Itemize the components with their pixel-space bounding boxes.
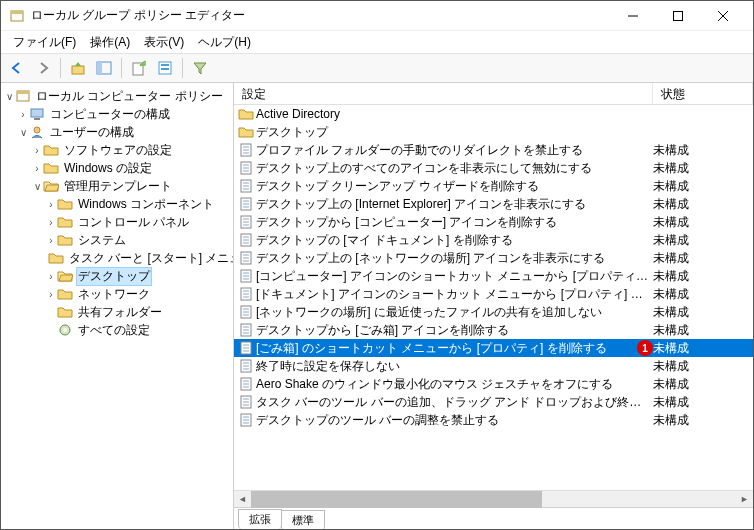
collapse-icon[interactable]: ∨ — [31, 181, 43, 192]
refresh-button[interactable] — [153, 56, 177, 80]
cell-setting: プロファイル フォルダーの手動でのリダイレクトを禁止する — [256, 142, 653, 159]
list-row[interactable]: タスク バーのツール バーの追加、ドラッグ アンド ドロップおよび終了を…未構成 — [234, 393, 753, 411]
scroll-track[interactable] — [251, 491, 736, 508]
tree-label: すべての設定 — [76, 321, 152, 340]
minimize-button[interactable] — [610, 2, 655, 30]
folder-icon — [43, 160, 59, 176]
list-row[interactable]: [ごみ箱] のショートカット メニューから [プロパティ] を削除する1未構成 — [234, 339, 753, 357]
tree-label: Windows コンポーネント — [76, 195, 216, 214]
window-controls — [610, 2, 745, 30]
app-icon — [9, 8, 25, 24]
list-row[interactable]: デスクトップ — [234, 123, 753, 141]
filter-button[interactable] — [188, 56, 212, 80]
list-row[interactable]: デスクトップのツール バーの調整を禁止する未構成 — [234, 411, 753, 429]
cell-setting: [ごみ箱] のショートカット メニューから [プロパティ] を削除する — [256, 340, 631, 357]
list-row[interactable]: [ドキュメント] アイコンのショートカット メニューから [プロパティ] を削除… — [234, 285, 753, 303]
back-button[interactable] — [5, 56, 29, 80]
tree-label: コンピューターの構成 — [48, 105, 172, 124]
tree-computer-config[interactable]: › コンピューターの構成 — [1, 105, 233, 123]
tree-shared-folder[interactable]: 共有フォルダー — [1, 303, 233, 321]
list-row[interactable]: デスクトップ上の [ネットワークの場所] アイコンを非表示にする未構成 — [234, 249, 753, 267]
list-row[interactable]: Active Directory — [234, 105, 753, 123]
tree-network[interactable]: › ネットワーク — [1, 285, 233, 303]
folder-open-icon — [57, 268, 73, 284]
policy-icon — [236, 232, 256, 248]
computer-icon — [29, 106, 45, 122]
list-row[interactable]: デスクトップ上のすべてのアイコンを非表示にして無効にする未構成 — [234, 159, 753, 177]
tree-win-components[interactable]: › Windows コンポーネント — [1, 195, 233, 213]
folder-open-icon — [43, 178, 59, 194]
expand-icon[interactable]: › — [31, 163, 43, 174]
titlebar: ローカル グループ ポリシー エディター — [1, 1, 753, 31]
menu-file[interactable]: ファイル(F) — [7, 32, 82, 53]
tree-root[interactable]: ∨ ローカル コンピューター ポリシー — [1, 87, 233, 105]
cell-setting: デスクトップ上の [ネットワークの場所] アイコンを非表示にする — [256, 250, 653, 267]
collapse-icon[interactable]: ∨ — [3, 91, 15, 102]
up-button[interactable] — [66, 56, 90, 80]
forward-button[interactable] — [31, 56, 55, 80]
export-button[interactable] — [127, 56, 151, 80]
tree-software[interactable]: › ソフトウェアの設定 — [1, 141, 233, 159]
expand-icon[interactable]: › — [45, 199, 57, 210]
svg-rect-12 — [161, 68, 169, 70]
list-row[interactable]: デスクトップから [ごみ箱] アイコンを削除する未構成 — [234, 321, 753, 339]
scroll-left-button[interactable]: ◄ — [234, 491, 251, 508]
show-hide-tree-button[interactable] — [92, 56, 116, 80]
list-row[interactable]: Aero Shake のウィンドウ最小化のマウス ジェスチャをオフにする未構成 — [234, 375, 753, 393]
tree-label: Windows の設定 — [62, 159, 154, 178]
tree-taskbar-start[interactable]: タスク バーと [スタート] メニュー — [1, 249, 233, 267]
tree-all-settings[interactable]: すべての設定 — [1, 321, 233, 339]
content-area: ∨ ローカル コンピューター ポリシー › コンピューターの構成 ∨ ユーザーの… — [1, 83, 753, 529]
svg-rect-14 — [17, 91, 29, 94]
policy-icon — [236, 304, 256, 320]
menu-view[interactable]: 表示(V) — [138, 32, 190, 53]
svg-rect-16 — [34, 118, 40, 120]
tree-label: ローカル コンピューター ポリシー — [34, 87, 225, 106]
tree-user-config[interactable]: ∨ ユーザーの構成 — [1, 123, 233, 141]
list-row[interactable]: プロファイル フォルダーの手動でのリダイレクトを禁止する未構成 — [234, 141, 753, 159]
svg-rect-1 — [11, 11, 23, 14]
policy-icon — [236, 340, 256, 356]
policy-icon — [236, 394, 256, 410]
menu-help[interactable]: ヘルプ(H) — [192, 32, 257, 53]
expand-icon[interactable]: › — [17, 109, 29, 120]
list-row[interactable]: デスクトップの [マイ ドキュメント] を削除する未構成 — [234, 231, 753, 249]
scroll-thumb[interactable] — [251, 491, 542, 508]
maximize-button[interactable] — [655, 2, 700, 30]
horizontal-scrollbar[interactable]: ◄ ► — [234, 490, 753, 507]
collapse-icon[interactable]: ∨ — [17, 127, 29, 138]
tree-label: 管理用テンプレート — [62, 177, 174, 196]
tree-desktop[interactable]: › デスクトップ — [1, 267, 233, 285]
list-row[interactable]: 終了時に設定を保存しない未構成 — [234, 357, 753, 375]
folder-icon — [43, 142, 59, 158]
scroll-right-button[interactable]: ► — [736, 491, 753, 508]
policy-icon — [236, 214, 256, 230]
cell-setting: デスクトップの [マイ ドキュメント] を削除する — [256, 232, 653, 249]
tab-extended[interactable]: 拡張 — [238, 509, 282, 529]
list-row[interactable]: デスクトップから [コンピューター] アイコンを削除する未構成 — [234, 213, 753, 231]
tree-system[interactable]: › システム — [1, 231, 233, 249]
column-setting[interactable]: 設定 — [234, 83, 653, 104]
expand-icon[interactable]: › — [45, 217, 57, 228]
cell-setting: [ドキュメント] アイコンのショートカット メニューから [プロパティ] を削除 — [256, 286, 653, 303]
menu-action[interactable]: 操作(A) — [84, 32, 136, 53]
tree-admin-templates[interactable]: ∨ 管理用テンプレート — [1, 177, 233, 195]
list-row[interactable]: [ネットワークの場所] に最近使ったファイルの共有を追加しない未構成 — [234, 303, 753, 321]
tree-pane[interactable]: ∨ ローカル コンピューター ポリシー › コンピューターの構成 ∨ ユーザーの… — [1, 83, 234, 529]
tree-control-panel[interactable]: › コントロール パネル — [1, 213, 233, 231]
list-body[interactable]: Active Directoryデスクトッププロファイル フォルダーの手動でのリ… — [234, 105, 753, 490]
tree-windows-settings[interactable]: › Windows の設定 — [1, 159, 233, 177]
column-state[interactable]: 状態 — [653, 83, 753, 104]
separator — [182, 58, 183, 78]
close-button[interactable] — [700, 2, 745, 30]
list-row[interactable]: デスクトップ上の [Internet Explorer] アイコンを非表示にする… — [234, 195, 753, 213]
list-row[interactable]: デスクトップ クリーンアップ ウィザードを削除する未構成 — [234, 177, 753, 195]
cell-setting: [コンピューター] アイコンのショートカット メニューから [プロパティ] を削 — [256, 268, 653, 285]
list-row[interactable]: [コンピューター] アイコンのショートカット メニューから [プロパティ] を削… — [234, 267, 753, 285]
expand-icon[interactable]: › — [45, 271, 57, 282]
expand-icon[interactable]: › — [31, 145, 43, 156]
expand-icon[interactable]: › — [45, 235, 57, 246]
expand-icon[interactable]: › — [45, 289, 57, 300]
tab-standard[interactable]: 標準 — [281, 510, 325, 529]
settings-icon — [57, 322, 73, 338]
